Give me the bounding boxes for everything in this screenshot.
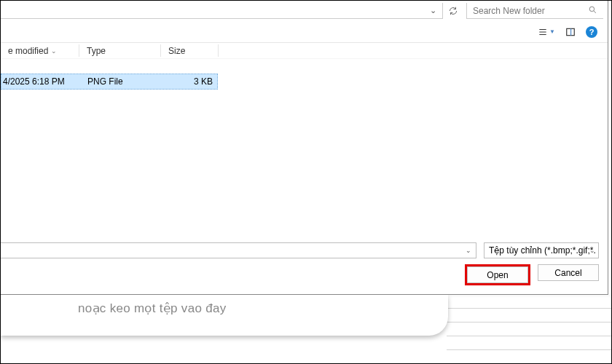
- dialog-top-bar: ⌄ Search New folder: [1, 1, 608, 21]
- file-type: PNG File: [80, 76, 162, 87]
- search-placeholder: Search New folder: [473, 6, 545, 16]
- background-spreadsheet-grid: [447, 295, 612, 364]
- preview-pane-button[interactable]: [565, 27, 576, 37]
- chevron-down-icon: ▼: [549, 28, 555, 35]
- file-date: 4/2025 6:18 PM: [1, 76, 80, 87]
- help-button[interactable]: ?: [586, 26, 597, 38]
- chevron-down-icon: ⌄: [51, 47, 57, 55]
- toolbar: ▼ ?: [1, 21, 608, 43]
- column-header-label: Size: [168, 46, 185, 56]
- file-list[interactable]: 4/2025 6:18 PM PNG File 3 KB: [1, 59, 608, 231]
- address-bar[interactable]: ⌄: [1, 3, 443, 19]
- column-header-size[interactable]: Size: [161, 43, 218, 58]
- chevron-down-icon: ⌄: [466, 247, 471, 254]
- background-drop-hint: noạc keo mọt tệp vao đay: [78, 301, 227, 316]
- open-button-highlight: Open: [465, 264, 530, 285]
- filename-combobox[interactable]: ⌄: [1, 242, 476, 258]
- chevron-down-icon[interactable]: ⌄: [426, 6, 439, 15]
- file-type-filter-combobox[interactable]: Tệp tùy chỉnh (*.bmp;*.gif;*.hei ⌄: [484, 242, 599, 258]
- file-row-selected[interactable]: 4/2025 6:18 PM PNG File 3 KB: [1, 74, 218, 90]
- column-headers: e modified ⌄ Type Size: [1, 43, 608, 59]
- svg-point-0: [589, 7, 595, 12]
- view-list-button[interactable]: ▼: [538, 27, 555, 37]
- open-button[interactable]: Open: [467, 266, 528, 283]
- filter-label: Tệp tùy chỉnh (*.bmp;*.gif;*.hei: [489, 245, 595, 256]
- cancel-button[interactable]: Cancel: [538, 264, 599, 281]
- refresh-button[interactable]: [443, 3, 463, 19]
- column-header-label: e modified: [8, 46, 48, 56]
- search-input[interactable]: Search New folder: [466, 3, 603, 19]
- column-header-date-modified[interactable]: e modified ⌄: [1, 43, 79, 58]
- chevron-down-icon: ⌄: [589, 247, 595, 254]
- column-header-type[interactable]: Type: [79, 43, 161, 58]
- dialog-bottom-bar: ⌄ Tệp tùy chỉnh (*.bmp;*.gif;*.hei ⌄ Ope…: [1, 237, 608, 294]
- column-header-label: Type: [87, 46, 106, 56]
- file-open-dialog: ⌄ Search New folder ▼ ? e modified ⌄ Typ…: [1, 1, 608, 295]
- search-icon[interactable]: [588, 5, 597, 17]
- file-size: 3 KB: [162, 76, 217, 87]
